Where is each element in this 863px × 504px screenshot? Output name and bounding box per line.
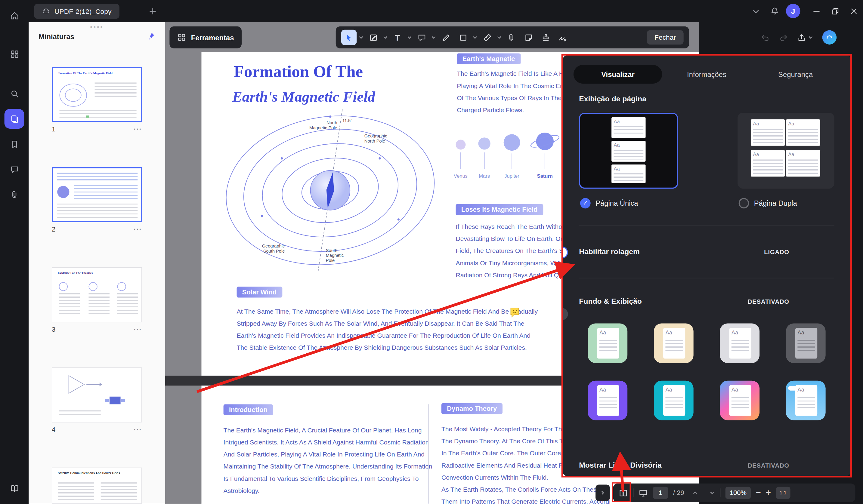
comment-annotation-icon[interactable] xyxy=(509,307,521,319)
undo-icon[interactable] xyxy=(761,33,770,42)
zoom-in-button[interactable]: + xyxy=(766,488,771,498)
attachment-icon[interactable] xyxy=(4,185,24,205)
select-tool-chevron[interactable] xyxy=(358,35,364,40)
cloud-icon xyxy=(42,7,50,15)
page-display-label: Exibição de página xyxy=(579,95,646,103)
next-page-icon[interactable] xyxy=(710,490,715,495)
thumbnail-page-4[interactable]: 4··· xyxy=(52,367,142,433)
diagram-label-south-pole: South Magnetic Pole xyxy=(326,248,343,263)
page-number-input[interactable]: 1 xyxy=(653,487,668,499)
comments-icon[interactable] xyxy=(4,159,24,179)
single-page-preview[interactable]: Aa Aa Aa xyxy=(579,113,678,189)
app-window: UPDF-2(12)_Copy J •••• Miniaturas Format… xyxy=(0,0,863,504)
thumbnail-menu-button[interactable]: ··· xyxy=(134,125,142,133)
thumbnail-page-3[interactable]: Evidence For The Theories 3··· xyxy=(52,267,142,333)
sticker-tool[interactable] xyxy=(521,30,536,45)
section-heading-solar-wind: Solar Wind xyxy=(237,287,282,298)
thumbnail-page-5[interactable]: Satellite Communications And Power Grids xyxy=(52,468,142,504)
background-swatch-teal[interactable]: Aa xyxy=(654,381,693,421)
comment-tool-chevron[interactable] xyxy=(431,35,436,40)
column-divider xyxy=(428,404,429,504)
section-heading-introduction: Introduction xyxy=(224,404,273,415)
tab-visualizar[interactable]: Visualizar xyxy=(574,65,662,83)
avatar[interactable]: J xyxy=(784,0,802,22)
background-swatch-cream[interactable]: Aa xyxy=(654,324,693,363)
section-heading-loses-field: Loses Its Magnetic Field xyxy=(455,204,543,215)
tab-seguranca[interactable]: Segurança xyxy=(751,65,840,83)
text-tool-chevron[interactable] xyxy=(407,35,412,40)
select-tool[interactable] xyxy=(341,30,357,45)
chevron-down-icon[interactable] xyxy=(746,0,765,22)
tools-button[interactable]: Ferramentas xyxy=(170,26,242,48)
shape-tool[interactable] xyxy=(455,30,471,45)
zoom-level-input[interactable]: 100% xyxy=(725,487,751,499)
minimize-button[interactable] xyxy=(807,0,825,22)
scroll-toggle[interactable] xyxy=(562,246,568,258)
reader-mode-icon[interactable] xyxy=(4,478,24,498)
edit-tool[interactable] xyxy=(366,30,381,45)
planets-illustration xyxy=(448,133,580,176)
document-tab[interactable]: UPDF-2(12)_Copy xyxy=(34,4,119,18)
attach-tool[interactable] xyxy=(504,30,519,45)
background-swatch-sky[interactable]: Aa xyxy=(786,381,826,421)
divider-state-label: DESATIVADO xyxy=(748,462,789,468)
apps-grid-icon[interactable] xyxy=(4,44,24,64)
zoom-out-button[interactable]: − xyxy=(755,488,761,498)
previous-page-icon[interactable] xyxy=(692,490,698,495)
new-tab-button[interactable] xyxy=(143,0,162,22)
comment-tool[interactable] xyxy=(414,30,429,45)
measure-tool-chevron[interactable] xyxy=(497,35,502,40)
thumbnail-page-2[interactable]: 2··· xyxy=(52,167,142,233)
background-swatch-green[interactable]: Aa xyxy=(588,324,627,363)
close-button[interactable] xyxy=(845,0,863,22)
page-number: 1 xyxy=(52,125,55,133)
thumbnail-preview xyxy=(52,167,142,222)
redo-icon[interactable] xyxy=(779,33,788,42)
background-swatch-purple[interactable]: Aa xyxy=(588,381,627,421)
thumbnail-menu-button[interactable]: ··· xyxy=(134,426,142,434)
edit-tool-chevron[interactable] xyxy=(383,35,388,40)
panel-drag-handle[interactable]: •••• xyxy=(28,23,165,31)
save-share-button[interactable] xyxy=(797,33,814,42)
background-toggle[interactable] xyxy=(562,308,568,320)
planet-label: Venus xyxy=(449,173,473,179)
fit-actual-size-button[interactable]: 1:1 xyxy=(776,487,790,499)
sidebar-item-thumbnails[interactable] xyxy=(4,109,24,129)
pen-tool[interactable] xyxy=(438,30,453,45)
pin-icon[interactable] xyxy=(147,32,155,41)
doc-title-line1: Formation Of The xyxy=(234,62,363,81)
thumbnail-page-1[interactable]: Formation Of The Earth's Magnetic Field … xyxy=(52,67,142,133)
thumbnail-menu-button[interactable]: ··· xyxy=(134,225,142,233)
background-swatch-darkgray[interactable]: Aa xyxy=(786,324,826,363)
restore-button[interactable] xyxy=(826,0,845,22)
updf-ai-icon[interactable] xyxy=(822,30,837,45)
page-layout-icon[interactable] xyxy=(619,488,628,497)
background-swatch-lightgray[interactable]: Aa xyxy=(720,324,760,363)
text-tool[interactable]: T xyxy=(390,30,405,45)
single-page-option[interactable]: ✓ Página Única xyxy=(580,198,638,208)
notifications-bell-icon[interactable] xyxy=(765,0,784,22)
search-icon[interactable] xyxy=(4,83,24,103)
double-page-preview[interactable]: Aa Aa Aa Aa xyxy=(738,113,835,189)
planet-label: Saturn xyxy=(533,173,557,179)
home-icon[interactable] xyxy=(4,5,24,25)
tools-grid-icon xyxy=(177,33,186,42)
presentation-icon[interactable] xyxy=(639,488,648,497)
left-sidebar xyxy=(0,0,28,504)
page-total-label: / 29 xyxy=(673,489,684,497)
tab-informacoes[interactable]: Informações xyxy=(662,65,751,83)
expand-bottombar-button[interactable] xyxy=(596,484,610,501)
double-page-option[interactable]: Página Dupla xyxy=(739,198,797,208)
signature-tool[interactable] xyxy=(555,30,570,45)
view-settings-panel: Visualizar Informações Segurança Exibiçã… xyxy=(562,55,851,476)
page-number: 3 xyxy=(52,326,55,334)
bookmark-icon[interactable] xyxy=(4,134,24,154)
diagram-label-geo-south: Geographic South Pole xyxy=(262,244,285,254)
background-swatch-gradient[interactable]: Aa xyxy=(720,381,760,421)
stamp-tool[interactable] xyxy=(538,30,553,45)
close-toolbar-button[interactable]: Fechar xyxy=(647,30,683,45)
measure-tool[interactable] xyxy=(479,30,495,45)
scroll-state-label: LIGADO xyxy=(764,249,789,255)
thumbnail-menu-button[interactable]: ··· xyxy=(134,326,142,334)
shape-tool-chevron[interactable] xyxy=(472,35,477,40)
